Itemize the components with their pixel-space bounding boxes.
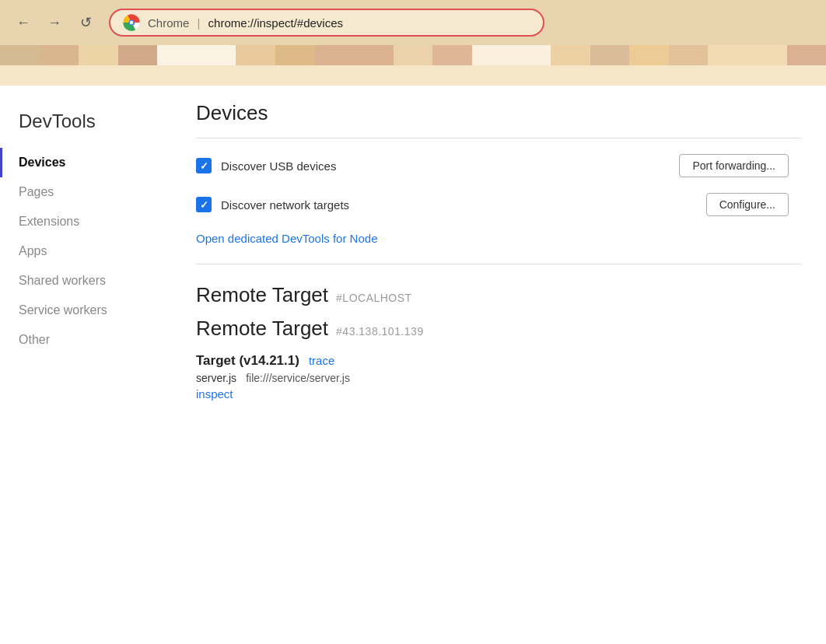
remote-target-1-subtitle: #LOCALHOST — [336, 292, 412, 304]
usb-checkbox-left: Discover USB devices — [196, 158, 336, 173]
network-checkbox-left: Discover network targets — [196, 197, 349, 212]
content-area: Devices Discover USB devices Port forwar… — [171, 86, 826, 644]
address-bar[interactable]: Chrome | chrome://inspect/#devices — [109, 9, 544, 37]
svg-point-3 — [130, 21, 133, 24]
target-file-row: server.js file:///service/server.js — [196, 372, 801, 384]
remote-target-1-title: Remote Target — [196, 283, 328, 307]
chrome-logo-icon — [123, 14, 140, 31]
network-label: Discover network targets — [221, 198, 349, 212]
remote-target-localhost: Remote Target #LOCALHOST — [196, 283, 801, 307]
nav-buttons: ← → ↺ — [12, 12, 96, 33]
sidebar-item-other[interactable]: Other — [0, 325, 171, 355]
trace-link[interactable]: trace — [309, 354, 334, 367]
main-container: DevTools Devices Pages Extensions Apps S… — [0, 86, 826, 644]
remote-target-ip: Remote Target #43.138.101.139 Target (v1… — [196, 317, 801, 401]
usb-checkbox[interactable] — [196, 158, 212, 173]
configure-button[interactable]: Configure... — [706, 193, 789, 216]
devtools-node-link[interactable]: Open dedicated DevTools for Node — [196, 232, 377, 245]
sidebar: DevTools Devices Pages Extensions Apps S… — [0, 86, 171, 644]
browser-chrome: ← → ↺ Chrome | chrome://inspect/#devices — [0, 0, 826, 45]
browser-brand: Chrome — [148, 16, 189, 30]
back-button[interactable]: ← — [12, 12, 34, 33]
remote-target-2-title: Remote Target — [196, 317, 328, 341]
usb-devices-row: Discover USB devices Port forwarding... — [196, 154, 801, 177]
target-filepath: file:///service/server.js — [246, 372, 350, 384]
remote-target-2-subtitle: #43.138.101.139 — [336, 325, 424, 338]
address-bar-wrapper: Chrome | chrome://inspect/#devices — [109, 9, 814, 37]
middle-divider — [196, 264, 801, 264]
sidebar-nav: Devices Pages Extensions Apps Shared wor… — [0, 148, 171, 355]
remote-target-ip-heading: Remote Target #43.138.101.139 — [196, 317, 801, 341]
sidebar-item-service-workers[interactable]: Service workers — [0, 296, 171, 325]
remote-target-localhost-heading: Remote Target #LOCALHOST — [196, 283, 801, 307]
address-text: Chrome | chrome://inspect/#devices — [148, 16, 343, 30]
forward-button[interactable]: → — [44, 12, 65, 33]
target-name: Target (v14.21.1) — [196, 353, 299, 369]
address-url: chrome://inspect/#devices — [208, 16, 343, 30]
inspect-link[interactable]: inspect — [196, 387, 801, 401]
address-separator: | — [198, 16, 204, 30]
sidebar-item-shared-workers[interactable]: Shared workers — [0, 266, 171, 296]
target-filename: server.js — [196, 372, 236, 384]
sidebar-item-devices[interactable]: Devices — [0, 148, 171, 177]
sidebar-title: DevTools — [0, 101, 171, 148]
sidebar-item-extensions[interactable]: Extensions — [0, 207, 171, 236]
network-targets-row: Discover network targets Configure... — [196, 193, 801, 216]
sidebar-item-pages[interactable]: Pages — [0, 177, 171, 207]
sidebar-item-apps[interactable]: Apps — [0, 236, 171, 266]
pixel-bar — [0, 45, 826, 86]
pixel-grid — [0, 45, 826, 86]
target-entry: Target (v14.21.1) trace server.js file:/… — [196, 353, 801, 401]
usb-label: Discover USB devices — [221, 159, 336, 173]
top-divider — [196, 138, 801, 138]
network-checkbox[interactable] — [196, 197, 212, 212]
reload-button[interactable]: ↺ — [75, 12, 96, 33]
port-forwarding-button[interactable]: Port forwarding... — [679, 154, 789, 177]
page-title: Devices — [196, 101, 801, 125]
target-name-row: Target (v14.21.1) trace — [196, 353, 801, 369]
